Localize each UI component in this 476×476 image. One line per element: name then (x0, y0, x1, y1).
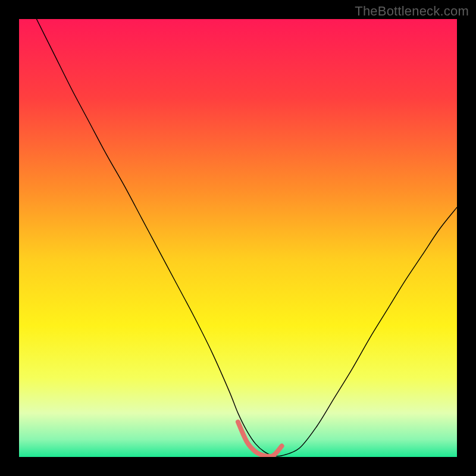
chart-frame: TheBottleneck.com (0, 0, 476, 476)
watermark-text: TheBottleneck.com (355, 4, 469, 19)
bottleneck-chart (19, 19, 457, 457)
plot-background (19, 19, 457, 457)
